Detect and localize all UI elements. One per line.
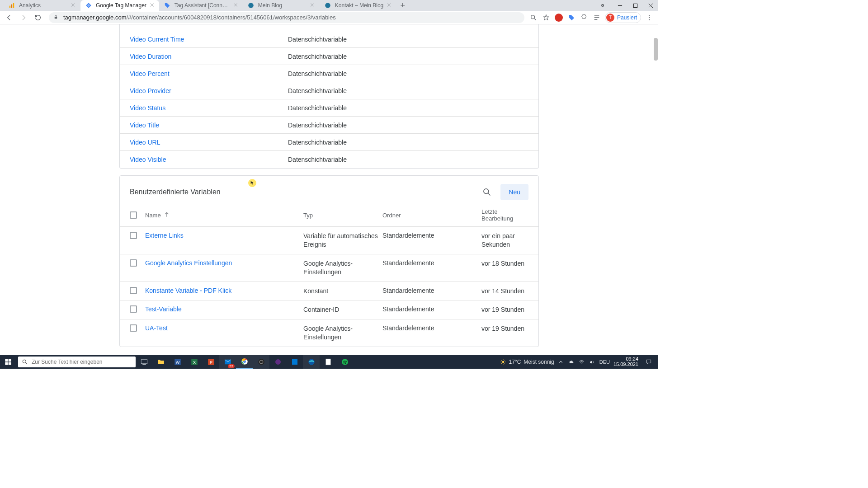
builtin-variable-row[interactable]: Video StatusDatenschichtvariable (120, 99, 538, 117)
variable-name-link[interactable]: Google Analytics Einstellungen (145, 259, 232, 267)
svg-rect-1 (11, 5, 12, 8)
edge-icon[interactable] (303, 355, 320, 369)
custom-variable-row[interactable]: Google Analytics EinstellungenGoogle Ana… (120, 254, 538, 282)
variable-name-link[interactable]: Video Provider (130, 87, 288, 94)
app-icon-2[interactable] (286, 355, 303, 369)
chrome-menu-icon[interactable] (645, 13, 654, 22)
nav-reload[interactable] (32, 11, 44, 24)
close-icon[interactable] (149, 2, 156, 9)
extensions-puzzle-icon[interactable] (580, 13, 589, 22)
language-indicator[interactable]: DEU (599, 359, 610, 365)
custom-variable-row[interactable]: Externe LinksVariable für automatisches … (120, 227, 538, 254)
variable-name-link[interactable]: Externe Links (145, 232, 184, 239)
custom-table-header: Name Typ Ordner Letzte Bearbeitung (120, 204, 538, 227)
window-maximize[interactable] (627, 0, 643, 11)
reading-list-icon[interactable] (592, 13, 601, 22)
select-all-checkbox[interactable] (130, 211, 137, 219)
extension-tagassistant-icon[interactable] (567, 13, 576, 22)
row-checkbox[interactable] (130, 287, 137, 294)
file-explorer-icon[interactable] (152, 355, 169, 369)
tab-tagassistant[interactable]: Tag Assistant [Connected] (159, 0, 243, 11)
weather-widget[interactable]: 17°C Meist sonnig (500, 359, 554, 365)
tab-analytics[interactable]: Analytics (4, 0, 80, 11)
close-icon[interactable] (71, 2, 77, 9)
variable-type: Google Analytics-Einstellungen (303, 324, 382, 342)
variable-edited: vor ein paar Sekunden (481, 232, 528, 249)
mail-icon[interactable]: 22 (219, 355, 236, 369)
taskbar-clock[interactable]: 09:24 15.09.2021 (613, 357, 638, 367)
wifi-icon[interactable] (579, 359, 585, 365)
builtin-variable-row[interactable]: Video Current TimeDatenschichtvariable (120, 31, 538, 48)
scrollbar-thumb[interactable] (654, 38, 658, 61)
extension-adblock-icon[interactable] (554, 13, 563, 22)
builtin-variable-row[interactable]: Video VisibleDatenschichtvariable (120, 151, 538, 168)
action-center-icon[interactable] (642, 359, 656, 365)
search-omnibox-icon[interactable] (529, 13, 538, 22)
close-icon[interactable] (310, 2, 316, 9)
system-tray[interactable]: DEU (558, 359, 610, 365)
builtin-variable-row[interactable]: Video DurationDatenschichtvariable (120, 48, 538, 65)
new-tab-button[interactable]: + (396, 0, 409, 11)
col-name-header[interactable]: Name (145, 211, 303, 219)
close-icon[interactable] (233, 2, 239, 9)
row-checkbox[interactable] (130, 305, 137, 313)
variable-name-link[interactable]: Video URL (130, 139, 288, 146)
svg-point-11 (484, 189, 489, 194)
start-button[interactable] (0, 355, 16, 369)
row-checkbox[interactable] (130, 259, 137, 267)
builtin-variable-row[interactable]: Video PercentDatenschichtvariable (120, 65, 538, 82)
row-checkbox[interactable] (130, 324, 137, 332)
cast-icon[interactable] (601, 4, 604, 7)
variable-name-link[interactable]: Konstante Variable - PDF Klick (145, 287, 231, 294)
powerpoint-icon[interactable]: P (203, 355, 219, 369)
spotify-icon[interactable] (336, 355, 353, 369)
variable-edited: vor 19 Stunden (481, 324, 528, 333)
variable-name-link[interactable]: Test-Variable (145, 305, 182, 313)
tab-kontakt[interactable]: Kontakt – Mein Blog (320, 0, 396, 11)
page-scrollbar[interactable] (653, 24, 658, 355)
excel-icon[interactable]: X (186, 355, 203, 369)
window-close[interactable] (643, 0, 658, 11)
window-minimize[interactable] (612, 0, 627, 11)
nav-forward[interactable] (17, 11, 30, 24)
onedrive-icon[interactable] (568, 359, 574, 365)
obs-icon[interactable] (253, 355, 269, 369)
variable-name-link[interactable]: Video Current Time (130, 36, 288, 43)
app-icon-1[interactable] (269, 355, 286, 369)
volume-icon[interactable] (589, 359, 595, 365)
profile-chip[interactable]: T Pausiert (605, 12, 641, 23)
variable-name-link[interactable]: Video Status (130, 104, 288, 112)
svg-rect-17 (141, 360, 147, 364)
close-icon[interactable] (387, 2, 393, 9)
col-folder-header[interactable]: Ordner (382, 212, 481, 219)
taskview-icon[interactable] (136, 355, 152, 369)
row-checkbox[interactable] (130, 232, 137, 239)
chrome-icon[interactable] (236, 355, 253, 369)
bookmark-icon[interactable] (542, 13, 551, 22)
word-icon[interactable]: W (169, 355, 186, 369)
new-variable-button[interactable]: Neu (500, 184, 528, 200)
variable-name-link[interactable]: Video Duration (130, 53, 288, 60)
chevron-up-icon[interactable] (558, 359, 564, 365)
builtin-variable-row[interactable]: Video URLDatenschichtvariable (120, 134, 538, 151)
custom-variable-row[interactable]: UA-TestGoogle Analytics-EinstellungenSta… (120, 319, 538, 347)
tab-meinblog[interactable]: Mein Blog (243, 0, 320, 11)
variable-name-link[interactable]: Video Percent (130, 70, 288, 77)
tab-gtm[interactable]: Google Tag Manager (80, 0, 159, 11)
variable-name-link[interactable]: UA-Test (145, 324, 168, 332)
variable-name-link[interactable]: Video Title (130, 122, 288, 129)
search-placeholder: Zur Suche Text hier eingeben (32, 359, 103, 365)
col-edited-header[interactable]: Letzte Bearbeitung (481, 208, 528, 222)
custom-variable-row[interactable]: Test-VariableContainer-IDStandardelement… (120, 300, 538, 319)
taskbar-search[interactable]: Zur Suche Text hier eingeben (18, 357, 136, 367)
builtin-variable-row[interactable]: Video TitleDatenschichtvariable (120, 117, 538, 134)
col-type-header[interactable]: Typ (303, 212, 382, 219)
nav-back[interactable] (3, 11, 15, 24)
search-button[interactable] (479, 184, 495, 200)
url-field[interactable]: tagmanager.google.com/#/container/accoun… (49, 12, 524, 23)
builtin-variable-row[interactable]: Video ProviderDatenschichtvariable (120, 82, 538, 99)
notepad-icon[interactable] (320, 355, 336, 369)
custom-variable-row[interactable]: Konstante Variable - PDF KlickKonstantSt… (120, 282, 538, 301)
variable-type: Datenschichtvariable (288, 122, 347, 129)
variable-name-link[interactable]: Video Visible (130, 156, 288, 163)
